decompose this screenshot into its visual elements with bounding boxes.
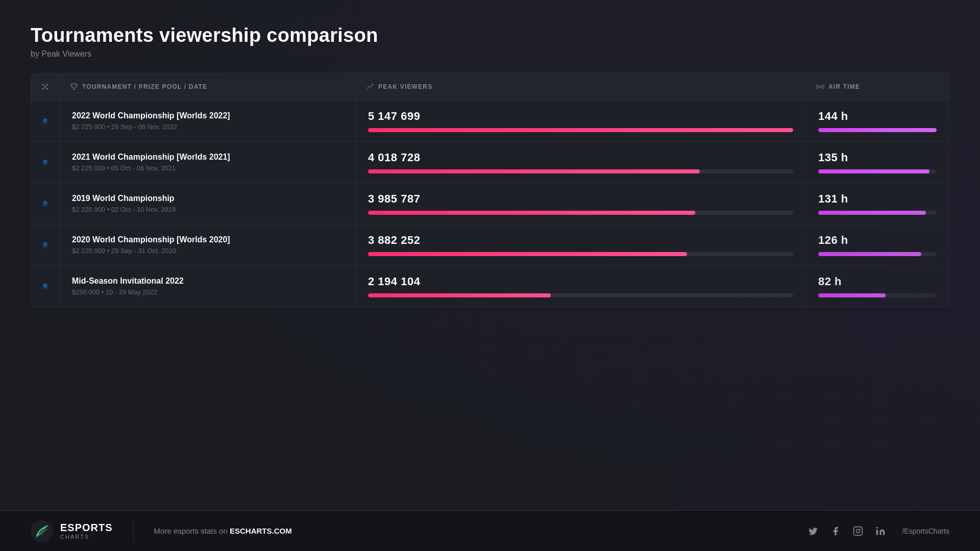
tournament-name: Mid-Season Invitational 2022: [72, 277, 343, 286]
svg-point-1: [44, 86, 46, 88]
svg-point-8: [44, 120, 46, 122]
footer-divider: [133, 521, 134, 541]
svg-point-10: [44, 162, 46, 163]
row-airtime-cell: 126 h: [806, 224, 949, 265]
lol-game-icon: [41, 113, 49, 129]
svg-point-12: [44, 203, 46, 205]
row-info-cell: 2021 World Championship [Worlds 2021] $2…: [60, 142, 356, 183]
airtime-bar-container: [818, 169, 937, 173]
viewers-bar-fill: [368, 252, 687, 256]
th-tournament: TOURNAMENT / PRIZE POOL / DATE: [60, 73, 356, 100]
lol-game-icon: [41, 195, 49, 212]
viewers-count: 3 985 787: [368, 192, 793, 206]
tournament-name: 2019 World Championship: [72, 194, 343, 203]
row-airtime-cell: 135 h: [806, 142, 949, 183]
facebook-icon[interactable]: [830, 526, 841, 536]
linkedin-icon[interactable]: [875, 526, 886, 536]
main-container: Tournaments viewership comparison by Pea…: [0, 0, 980, 307]
row-info-cell: 2019 World Championship $2 225 000 • 02 …: [60, 183, 356, 224]
row-info-cell: Mid-Season Invitational 2022 $250 000 • …: [60, 266, 356, 307]
footer-logo-text: ESPORTS CHARTS: [60, 522, 113, 540]
tournament-meta: $2 225 000 • 02 Oct - 10 Nov, 2019: [72, 206, 343, 213]
row-airtime-cell: 82 h: [806, 266, 949, 307]
th-tournament-label: TOURNAMENT / PRIZE POOL / DATE: [82, 83, 207, 90]
svg-point-4: [46, 88, 48, 90]
lol-game-icon: [41, 154, 49, 170]
svg-point-16: [44, 286, 46, 287]
airtime-bar-fill: [818, 169, 929, 173]
viewers-count: 2 194 104: [368, 275, 793, 288]
airtime-bar-fill: [818, 293, 886, 297]
airtime-count: 135 h: [818, 151, 937, 164]
svg-point-20: [860, 528, 861, 529]
airtime-count: 126 h: [818, 234, 937, 247]
svg-point-2: [46, 84, 48, 86]
th-sort[interactable]: [31, 73, 60, 100]
table-row[interactable]: 2022 World Championship [Worlds 2022] $2…: [31, 101, 949, 142]
svg-point-14: [44, 244, 46, 246]
data-table: TOURNAMENT / PRIZE POOL / DATE PEAK VIEW…: [31, 73, 949, 307]
row-viewers-cell: 4 018 728: [356, 142, 806, 183]
th-viewers-label: PEAK VIEWERS: [378, 83, 432, 90]
airtime-bar-container: [818, 211, 937, 215]
esportscharts-logo-icon: [31, 520, 53, 542]
table-row[interactable]: Mid-Season Invitational 2022 $250 000 • …: [31, 266, 949, 307]
viewers-bar-fill: [368, 169, 700, 173]
row-viewers-cell: 3 882 252: [356, 224, 806, 265]
twitter-icon[interactable]: [808, 526, 818, 536]
tournament-name: 2022 World Championship [Worlds 2022]: [72, 111, 343, 120]
viewers-bar-container: [368, 211, 793, 215]
row-airtime-cell: 131 h: [806, 183, 949, 224]
viewers-bar-fill: [368, 128, 793, 132]
footer: ESPORTS CHARTS More esports stats on ESC…: [0, 510, 980, 551]
page-subtitle: by Peak Viewers: [31, 49, 949, 59]
viewers-count: 4 018 728: [368, 151, 793, 164]
footer-social: /EsportsCharts: [808, 526, 949, 536]
row-game-icon-cell: [31, 142, 60, 183]
svg-point-19: [856, 529, 860, 533]
svg-rect-18: [854, 527, 863, 535]
row-game-icon-cell: [31, 224, 60, 265]
footer-promo-text: More esports stats on: [154, 527, 228, 535]
table-header: TOURNAMENT / PRIZE POOL / DATE PEAK VIEW…: [31, 73, 949, 101]
trophy-icon: [70, 83, 78, 91]
viewers-count: 5 147 699: [368, 110, 793, 123]
airtime-bar-fill: [818, 211, 926, 215]
tournament-meta: $250 000 • 10 - 29 May 2022: [72, 288, 343, 296]
airtime-count: 82 h: [818, 275, 937, 288]
row-airtime-cell: 144 h: [806, 101, 949, 141]
lol-game-icon: [41, 237, 49, 253]
table-row[interactable]: 2020 World Championship [Worlds 2020] $2…: [31, 224, 949, 266]
th-airtime-label: AIR TIME: [828, 83, 860, 90]
row-viewers-cell: 2 194 104: [356, 266, 806, 307]
airtime-bar-container: [818, 252, 937, 256]
row-game-icon-cell: [31, 266, 60, 307]
tournament-meta: $2 225 000 • 05 Oct - 06 Nov, 2021: [72, 164, 343, 172]
footer-promo-link[interactable]: ESCHARTS.COM: [230, 527, 292, 535]
instagram-icon[interactable]: [853, 526, 863, 536]
svg-point-6: [819, 86, 821, 88]
svg-point-3: [42, 88, 44, 90]
tournament-meta: $2 225 000 • 25 Sep - 31 Oct, 2020: [72, 247, 343, 255]
row-info-cell: 2022 World Championship [Worlds 2022] $2…: [60, 101, 356, 141]
chart-icon: [366, 83, 374, 91]
airtime-bar-fill: [818, 252, 921, 256]
row-viewers-cell: 5 147 699: [356, 101, 806, 141]
row-game-icon-cell: [31, 183, 60, 224]
table-row[interactable]: 2021 World Championship [Worlds 2021] $2…: [31, 142, 949, 183]
row-game-icon-cell: [31, 101, 60, 141]
viewers-bar-container: [368, 293, 793, 297]
footer-logo: ESPORTS CHARTS: [31, 520, 113, 542]
logo-charts: CHARTS: [60, 534, 113, 540]
broadcast-icon: [816, 83, 824, 91]
viewers-bar-container: [368, 252, 793, 256]
sort-icon: [41, 83, 49, 91]
svg-point-17: [31, 520, 53, 542]
airtime-count: 131 h: [818, 192, 937, 206]
th-airtime: AIR TIME: [806, 73, 949, 100]
tournament-meta: $2 225 000 • 29 Sep - 06 Nov, 2022: [72, 123, 343, 131]
row-info-cell: 2020 World Championship [Worlds 2020] $2…: [60, 224, 356, 265]
svg-point-5: [372, 84, 374, 86]
page-title: Tournaments viewership comparison: [31, 24, 949, 46]
table-row[interactable]: 2019 World Championship $2 225 000 • 02 …: [31, 183, 949, 224]
